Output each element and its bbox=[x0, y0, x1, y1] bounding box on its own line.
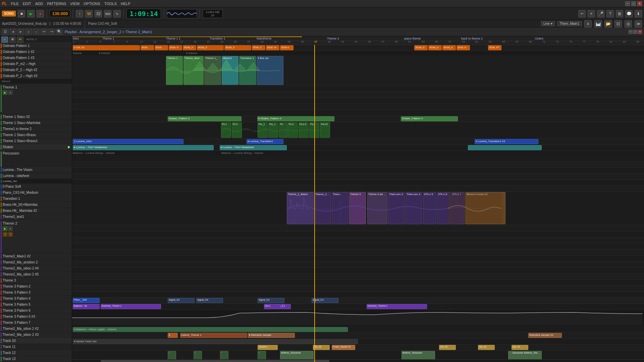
track-theme3[interactable]: Theme 3 bbox=[0, 278, 72, 284]
track-piano-medium[interactable]: Piano_C#2-Hit_Medium bbox=[0, 190, 72, 196]
theme2-piano[interactable]: ☰ bbox=[3, 232, 7, 237]
clip-cla5[interactable]: Cla..#2 bbox=[512, 345, 528, 350]
clip-dul3[interactable]: 3.1 bbox=[281, 304, 291, 309]
scroll-left[interactable]: ◂ bbox=[10, 29, 16, 35]
track-row-t1s2[interactable]: Theme 1 Stacc+Marimba bbox=[0, 120, 72, 126]
horizontal-scrollbar[interactable] bbox=[72, 359, 644, 362]
playlist-max[interactable]: □ bbox=[633, 30, 637, 34]
track-row-3[interactable]: Ostinato Pattern 1 #3 bbox=[0, 55, 72, 61]
track-percussion[interactable]: Percussion bbox=[0, 150, 72, 167]
maximize-button[interactable]: □ bbox=[631, 1, 636, 6]
menu-help[interactable]: HELP bbox=[121, 2, 130, 6]
clip-ost-12[interactable]: 3Osti_h bbox=[428, 45, 442, 50]
track-13[interactable]: Track 13 bbox=[0, 356, 72, 362]
timeline-ruler[interactable]: /* rendered below */ Intro Theme 1 Theme… bbox=[72, 36, 644, 45]
zoom-tool[interactable]: 🔍 bbox=[56, 29, 63, 35]
clip-fx1-3[interactable]: ↑ bbox=[220, 351, 228, 360]
menu-add[interactable]: ADD bbox=[35, 2, 43, 6]
clip-bal-horns[interactable]: ♦ Balance – Horns Legato - Volume bbox=[73, 327, 348, 332]
clip-fx1-4[interactable]: ↑ bbox=[258, 351, 266, 360]
clip-kalimb-2[interactable]: Kalimb_Theme 1 bbox=[180, 333, 247, 338]
track-row-4[interactable]: Ostinato P_m2 – High bbox=[0, 61, 72, 67]
clip-rainstick2[interactable]: Rainstick sample #2 bbox=[528, 333, 562, 338]
plugin-button[interactable]: ⊞ bbox=[616, 10, 623, 17]
track-theme1[interactable]: Theme 1 ▶ S bbox=[0, 84, 72, 114]
mode-button-4[interactable]: wo bbox=[104, 10, 111, 17]
pattern-selector[interactable]: Them..Main1 bbox=[557, 21, 582, 26]
clip-master-fadeout[interactable]: ♦ Master Fade-Out bbox=[73, 339, 358, 344]
track-row-5[interactable]: Ostinato P_2 – High #2 bbox=[0, 67, 72, 73]
clip-ost-13[interactable]: 3Osti_h bbox=[442, 45, 456, 50]
track-piano-soft[interactable]: 0 Piano Soft bbox=[0, 184, 72, 190]
song-mode-button[interactable]: SONG bbox=[2, 11, 16, 16]
clip-ost-1[interactable]: 3 Ost..#1 bbox=[73, 45, 140, 50]
view-browser[interactable]: 📂 bbox=[604, 20, 612, 27]
theme2-solo[interactable]: S bbox=[8, 226, 13, 231]
play-button[interactable]: ▶ bbox=[27, 10, 35, 17]
track-transition1[interactable]: Transition 1 bbox=[0, 196, 72, 202]
playlist-close[interactable]: × bbox=[638, 30, 642, 34]
track-t2t3[interactable]: Theme2_Ma_sition 2 #4 bbox=[0, 265, 72, 272]
clip-ost-5[interactable]: 3Osti_h bbox=[183, 45, 196, 50]
track-theme2-main[interactable]: Theme 2 ▶ S ☰ ☰ bbox=[0, 220, 72, 253]
move-tool[interactable]: ✥ bbox=[9, 37, 16, 43]
clip-lumina-mod2[interactable]: ♦ Lumina – TheY Modwheel bbox=[220, 145, 287, 150]
view-more[interactable]: ≫ bbox=[635, 20, 642, 27]
close-panel-button[interactable]: × bbox=[588, 10, 595, 17]
track-t2t2[interactable]: Theme2_Ma_ansition 2 bbox=[0, 259, 72, 265]
clip-dulcimer-t2[interactable]: Dulcimer_Theme 1 bbox=[367, 304, 427, 309]
view-record[interactable]: ◎ bbox=[625, 20, 632, 27]
close-button[interactable]: × bbox=[637, 1, 642, 6]
track-12[interactable]: Track 12 bbox=[0, 350, 72, 356]
track-t3p4[interactable]: Theme 3 Pattern 4 bbox=[0, 296, 72, 302]
track-row-t1s3[interactable]: Theme1 in theme 2 bbox=[0, 126, 72, 132]
track-t3p2[interactable]: Theme 3 Pattern 2 bbox=[0, 284, 72, 290]
track-theme2-test1[interactable]: Theme2_test1 bbox=[0, 214, 72, 220]
clip-ost-8[interactable]: 3Ost..2 bbox=[252, 45, 265, 50]
track-brass2[interactable]: Brass-Hit_ Marimba #2 bbox=[0, 208, 72, 214]
track-t3p5b[interactable]: Theme 3 Pattern 5 #3 bbox=[0, 314, 72, 320]
theme2-piano2[interactable]: ☰ bbox=[8, 232, 13, 237]
menu-view[interactable]: VIEW bbox=[70, 2, 79, 6]
clip-ost-9[interactable]: 3Ost..m bbox=[266, 45, 279, 50]
menu-patterns[interactable]: PATTERNS bbox=[47, 2, 66, 6]
track-t3p3[interactable]: Theme 3 Pattern 3 bbox=[0, 290, 72, 296]
clip-signal-g42[interactable]: Signal_G4 bbox=[196, 298, 223, 303]
clip-signal-c4[interactable]: Signal_C4 bbox=[312, 298, 338, 303]
mode-button-5[interactable]: ∿ bbox=[113, 10, 121, 17]
track-solo[interactable]: S bbox=[8, 90, 13, 95]
clip-signal-g43[interactable]: Signal_G4 bbox=[258, 298, 284, 303]
clip-kalimb-1[interactable]: 3 bbox=[168, 333, 178, 338]
track-lumina-odwheel[interactable]: Lumina - odwheel bbox=[0, 173, 72, 179]
clip-ost-15[interactable]: 3Ost..#7 bbox=[488, 45, 501, 50]
undo-button[interactable]: ↩ bbox=[578, 10, 586, 17]
zoom-out[interactable]: − bbox=[33, 29, 40, 35]
clip-belltree-3[interactable]: → Glissando▪ Belltree_Glissando bbox=[508, 351, 542, 360]
minimize-button[interactable]: ─ bbox=[625, 1, 630, 6]
clip-ost-3[interactable]: 3Ost.. bbox=[155, 45, 168, 50]
track-11[interactable]: Track 11 bbox=[0, 344, 72, 350]
help-button[interactable]: ? bbox=[606, 10, 614, 17]
undo-tool[interactable]: ↩ bbox=[41, 29, 47, 35]
track-row-6[interactable]: Ostinato P_2 – High #3 bbox=[0, 73, 72, 79]
view-mixer[interactable]: ≡ bbox=[584, 20, 592, 27]
clip-fx1-2[interactable]: ↑ bbox=[194, 351, 202, 360]
clip-belltree-1[interactable]: Belltree_Glissando bbox=[280, 351, 314, 360]
clip-belltree-2[interactable]: Belltree_Glissando bbox=[401, 351, 435, 360]
clip-cla4[interactable]: Cla..#2 bbox=[478, 345, 495, 350]
clip-shaker-3[interactable]: Shaker_Pattern 4 bbox=[401, 116, 458, 121]
track-t2m2b[interactable]: Theme2_Ma_sition 2 #2 bbox=[0, 326, 72, 332]
clip-cla2[interactable]: Cla..#2 bbox=[313, 345, 330, 350]
track-row-t1s4[interactable]: Theme 1 Stacc+Brass bbox=[0, 132, 72, 138]
track-t3p5[interactable]: Theme 3 Pattern 5 bbox=[0, 302, 72, 308]
track-row-t1s1[interactable]: Theme 1 Stacc #2 bbox=[0, 114, 72, 120]
zoom-in[interactable]: + bbox=[25, 29, 32, 35]
clip-lumina-mod3[interactable] bbox=[468, 145, 542, 150]
clip-ost-6[interactable]: 3Osti_h bbox=[197, 45, 224, 50]
clip-cla3[interactable]: Cla..#2 bbox=[439, 345, 456, 350]
clip-lumina-mod1[interactable]: ♦ Lumina – TheY Modwheel bbox=[73, 145, 214, 150]
clip-lumina-intro[interactable]: 3 Lumina_Intro bbox=[73, 139, 183, 144]
draw-tool[interactable]: ✏ bbox=[17, 37, 23, 43]
clip-lumina-trans3[interactable]: 3 Lumina_Transition1 #3 bbox=[475, 139, 538, 144]
clip-balance-sc[interactable]: Balance - Sc bbox=[73, 304, 100, 309]
